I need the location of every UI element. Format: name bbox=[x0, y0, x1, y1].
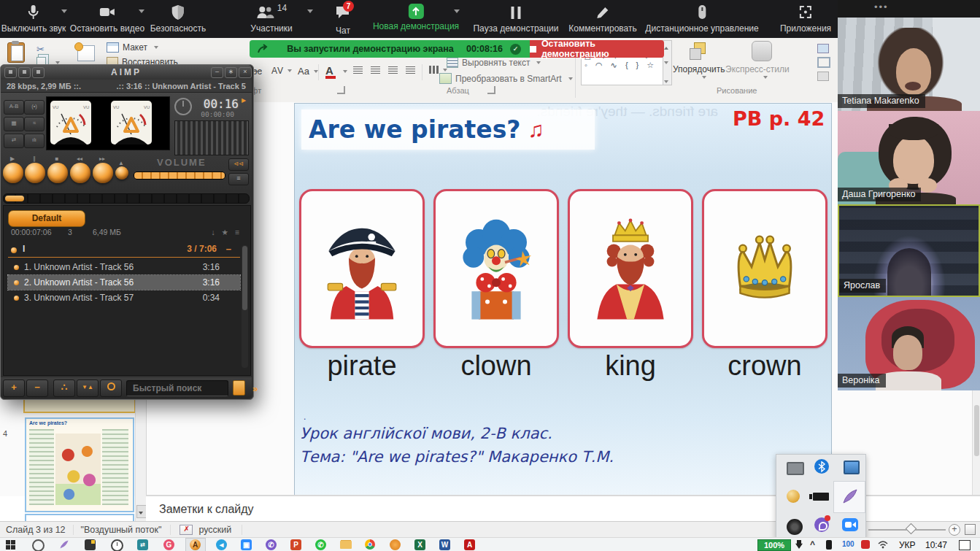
video-tile-2[interactable]: Даша Григоренко bbox=[838, 111, 980, 204]
video-tile-1[interactable]: Tetiana Makarenko bbox=[838, 18, 980, 111]
dark-app-icon[interactable] bbox=[85, 539, 96, 550]
word-icon[interactable]: W bbox=[439, 539, 450, 550]
fit-to-window-button[interactable] bbox=[965, 524, 976, 535]
playlist-scrollbar[interactable] bbox=[242, 245, 248, 368]
cut-icon[interactable]: ✂ bbox=[36, 44, 45, 55]
preamp-button[interactable]: ⊲⊲ bbox=[228, 158, 249, 171]
participants-button[interactable]: 14 Участники bbox=[250, 4, 292, 34]
thumbnail-scrollbar[interactable] bbox=[135, 394, 146, 524]
zoom-app-icon[interactable]: ▣ bbox=[241, 539, 252, 550]
mute-button[interactable]: Выключить звук bbox=[1, 4, 66, 34]
new-share-chevron-icon[interactable] bbox=[454, 9, 460, 13]
aimp-options-button[interactable] bbox=[18, 67, 31, 78]
participants-chevron-icon[interactable] bbox=[307, 9, 313, 13]
coin-icon[interactable] bbox=[787, 490, 800, 503]
orange-app-icon[interactable] bbox=[390, 539, 401, 550]
stop-video-chevron-icon[interactable] bbox=[139, 9, 144, 13]
security-button[interactable]: Безопасность bbox=[150, 4, 207, 34]
whatsapp-icon[interactable]: ✆ bbox=[315, 539, 326, 550]
zoom-camera-icon[interactable] bbox=[842, 518, 858, 531]
speaker-icon[interactable] bbox=[787, 519, 803, 535]
font-dialog-launcher[interactable] bbox=[337, 86, 345, 94]
powerpoint-icon[interactable]: P bbox=[290, 539, 301, 550]
remove-button[interactable]: − bbox=[26, 379, 48, 397]
slide-canvas[interactable]: are friends. — they're friends. Are we p… bbox=[294, 103, 832, 496]
apps-button[interactable]: Приложения bbox=[780, 4, 831, 34]
playlist-scrollbar-thumb[interactable] bbox=[242, 246, 247, 310]
clock-tray[interactable]: 10:47 bbox=[925, 540, 947, 550]
shapes-more-icon[interactable] bbox=[664, 80, 668, 83]
pause-button[interactable] bbox=[25, 163, 45, 183]
radio-button[interactable]: (•) bbox=[24, 100, 45, 115]
theme-name[interactable]: "Воздушный поток" bbox=[81, 525, 162, 535]
track-row-1[interactable]: 1. Unknown Artist - Track 56 3:16 bbox=[8, 260, 240, 274]
add-button[interactable]: + bbox=[3, 379, 25, 397]
g-app-icon[interactable]: G bbox=[163, 539, 174, 550]
sort-button[interactable]: ▼▲ bbox=[77, 379, 99, 397]
bluetooth-icon[interactable] bbox=[814, 459, 829, 474]
smartart-button[interactable]: Преобразовать в SmartArt bbox=[439, 73, 573, 84]
paste-icon[interactable] bbox=[7, 41, 26, 63]
align-center-button[interactable] bbox=[371, 66, 380, 74]
ab-repeat-button[interactable]: A-B bbox=[4, 100, 24, 115]
align-left-button[interactable] bbox=[353, 66, 363, 74]
acrobat-icon[interactable]: A bbox=[464, 539, 475, 550]
shuffle-button[interactable]: ⇄ bbox=[4, 134, 24, 148]
quick-styles-button[interactable]: Экспресс-стили bbox=[725, 64, 790, 74]
scrollbar-thumb[interactable] bbox=[974, 405, 979, 456]
thumbnail-slide4[interactable]: Are we pirates? bbox=[25, 417, 134, 512]
clock-app-icon[interactable] bbox=[111, 539, 123, 551]
next-track-button[interactable] bbox=[93, 163, 113, 183]
viber-icon[interactable] bbox=[814, 517, 829, 532]
remote-desktop-icon[interactable] bbox=[844, 461, 860, 474]
shape-outline-icon[interactable] bbox=[817, 57, 830, 68]
viber-taskbar-icon[interactable]: ✆ bbox=[266, 539, 277, 550]
magnifier-zoom-badge[interactable]: 100% bbox=[757, 539, 791, 551]
stop-share-button[interactable]: Остановить демонстрацию bbox=[530, 40, 664, 58]
battery-icon[interactable] bbox=[813, 493, 829, 501]
start-button[interactable] bbox=[6, 540, 15, 550]
prev-track-button[interactable] bbox=[70, 163, 90, 183]
minimize-button[interactable]: – bbox=[211, 67, 223, 78]
quick-search-box[interactable]: » bbox=[126, 380, 228, 396]
spectrum-button[interactable]: ılı bbox=[24, 134, 45, 148]
security-tray-icon[interactable] bbox=[861, 540, 870, 549]
change-case-button[interactable]: Аа bbox=[298, 66, 318, 77]
playlist-file-button[interactable] bbox=[233, 380, 245, 396]
search-button[interactable] bbox=[100, 379, 122, 397]
video-panel-menu-button[interactable]: ••• bbox=[874, 1, 889, 12]
track-row-3[interactable]: 3. Unknown Artist - Track 57 0:34 bbox=[8, 290, 240, 305]
group-collapse-button[interactable]: − bbox=[225, 244, 231, 255]
equalizer-button[interactable]: ≈ bbox=[24, 117, 45, 131]
zoom-in-button[interactable]: + bbox=[949, 524, 960, 536]
shapes-scroll-up-icon[interactable] bbox=[664, 47, 668, 50]
annotate-button[interactable]: Комментировать bbox=[568, 4, 636, 34]
new-slide-icon[interactable] bbox=[74, 42, 95, 61]
arrange-icon[interactable] bbox=[690, 42, 707, 60]
playlist-tab-default[interactable]: Default bbox=[8, 210, 85, 227]
paragraph-dialog-launcher[interactable] bbox=[487, 86, 495, 94]
close-button[interactable]: × bbox=[239, 67, 252, 78]
aimp-menu-button[interactable] bbox=[4, 67, 17, 78]
play-button[interactable] bbox=[3, 163, 23, 183]
chrome-icon[interactable] bbox=[365, 539, 375, 550]
aimp-titlebar[interactable]: AIMP – ∗ × bbox=[1, 65, 252, 80]
excel-icon[interactable]: X bbox=[414, 539, 425, 550]
playlist-group-header[interactable]: I 3 / 7:06 − bbox=[4, 244, 249, 257]
shapes-scroll-down-icon[interactable] bbox=[664, 61, 668, 64]
chat-button[interactable]: 7 Чат bbox=[334, 4, 352, 36]
plug-tray-icon[interactable] bbox=[795, 540, 803, 549]
justify-button[interactable] bbox=[406, 66, 415, 74]
edit-pane-scrollbar[interactable] bbox=[972, 390, 980, 496]
telegram-icon[interactable]: ◄ bbox=[216, 539, 227, 550]
eject-button[interactable] bbox=[115, 166, 128, 180]
playlist-toggle-button[interactable]: ≡ bbox=[228, 173, 249, 185]
char-spacing-button[interactable]: АV bbox=[271, 66, 292, 76]
seek-bar[interactable] bbox=[3, 193, 250, 204]
folder-icon[interactable] bbox=[340, 541, 352, 549]
language-indicator[interactable]: русский bbox=[198, 525, 231, 535]
mute-chevron-icon[interactable] bbox=[61, 9, 67, 13]
zoom-slider-thumb[interactable] bbox=[906, 523, 917, 535]
shape-fill-icon[interactable] bbox=[817, 44, 829, 53]
visualization-button[interactable]: ▦ bbox=[4, 117, 24, 131]
